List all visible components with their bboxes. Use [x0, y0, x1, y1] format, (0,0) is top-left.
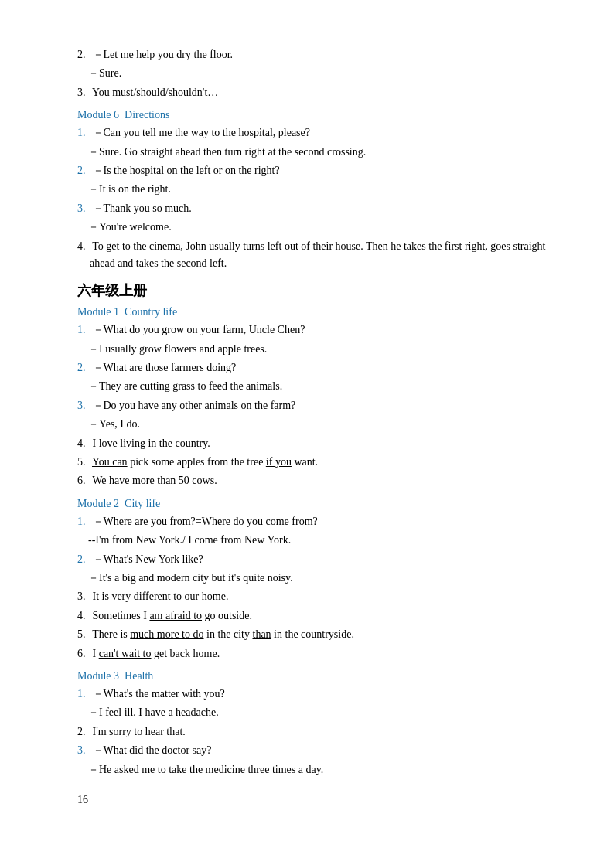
list-item: 2. －What's New York like? [77, 551, 552, 568]
item-number: 1. [77, 513, 90, 530]
list-item: －Sure. Go straight ahead then turn right… [77, 144, 552, 161]
list-item: －He asked me to take the medicine three … [77, 761, 552, 778]
item-text: －What's the matter with you? [90, 686, 225, 703]
list-item: 5. You can pick some apples from the tre… [77, 454, 552, 471]
item-text: There is much more to do in the city tha… [90, 626, 354, 643]
item-text: －Do you have any other animals on the fa… [90, 397, 295, 414]
list-item: 2. I'm sorry to hear that. [77, 723, 552, 740]
item-text: It is very different to our home. [90, 588, 228, 605]
item-text: －Thank you so much. [90, 200, 192, 217]
item-number: 2. [77, 46, 90, 63]
underline-text: if you [266, 456, 292, 468]
list-item: 1. －Can you tell me the way to the hospi… [77, 124, 552, 141]
section-top: 2. －Let me help you dry the floor. －Sure… [77, 46, 552, 101]
item-number: 2. [77, 723, 90, 740]
underline-text: You can [92, 456, 128, 468]
item-number: 6. [77, 472, 90, 489]
item-text: I love living in the country. [90, 435, 210, 452]
item-text: －I usually grow flowers and apple trees. [88, 343, 267, 355]
item-number: 1. [77, 322, 90, 339]
list-item: －It's a big and modern city but it's qui… [77, 570, 552, 587]
list-item: 3. －What did the doctor say? [77, 742, 552, 759]
page-content: 2. －Let me help you dry the floor. －Sure… [77, 46, 552, 806]
list-item: 5. There is much more to do in the city … [77, 626, 552, 643]
item-number: 6. [77, 645, 90, 662]
list-item: －You're welcome. [77, 219, 552, 236]
item-text: －Let me help you dry the floor. [90, 46, 233, 63]
underline-text: can't wait to [99, 648, 152, 659]
item-text: I can't wait to get back home. [90, 645, 220, 662]
item-text: －Sure. Go straight ahead then turn right… [88, 146, 366, 158]
list-item: －Yes, I do. [77, 416, 552, 433]
item-number: 5. [77, 626, 90, 643]
underline-text: than [253, 628, 271, 640]
item-text: －It is on the right. [88, 183, 171, 195]
underline-text: much more to do [130, 628, 203, 640]
module-header: Module 1 Country life [77, 306, 552, 318]
list-item: 3. －Thank you so much. [77, 200, 552, 217]
list-item: 4. To get to the cinema, John usually tu… [77, 238, 552, 273]
module-1-section: Module 1 Country life 1. －What do you gr… [77, 306, 552, 490]
underline-text: am afraid to [149, 610, 202, 621]
item-text: －What did the doctor say? [90, 742, 211, 759]
item-number: 4. [77, 435, 90, 452]
item-text: －Is the hospital on the left or on the r… [90, 162, 280, 179]
list-item: －It is on the right. [77, 181, 552, 198]
list-item: 4. Sometimes I am afraid to go outside. [77, 608, 552, 625]
list-item: 2. －What are those farmers doing? [77, 359, 552, 376]
list-item: －They are cutting grass to feed the anim… [77, 378, 552, 395]
item-number: 2. [77, 359, 90, 376]
item-text: －What do you grow on your farm, Uncle Ch… [90, 322, 305, 339]
item-number: 3. [77, 200, 90, 217]
module-header: Module 6 Directions [77, 109, 552, 121]
list-item: 1. －What's the matter with you? [77, 686, 552, 703]
list-item: 2. －Is the hospital on the left or on th… [77, 162, 552, 179]
list-item: 1. －Where are you from?=Where do you com… [77, 513, 552, 530]
module-2-section: Module 2 City life 1. －Where are you fro… [77, 498, 552, 662]
item-text: －Yes, I do. [88, 418, 140, 430]
item-number: 3. [77, 397, 90, 414]
item-number: 2. [77, 162, 90, 179]
list-item: －I usually grow flowers and apple trees. [77, 341, 552, 358]
item-text: I'm sorry to hear that. [90, 723, 186, 740]
item-number: 1. [77, 124, 90, 141]
item-text: －Can you tell me the way to the hospital… [90, 124, 310, 141]
list-item: －I feel ill. I have a headache. [77, 704, 552, 721]
list-item: 4. I love living in the country. [77, 435, 552, 452]
section-header-zh: 六年级上册 [77, 281, 552, 300]
item-text: You can pick some apples from the tree i… [90, 454, 318, 471]
item-number: 2. [77, 551, 90, 568]
list-item: 1. －What do you grow on your farm, Uncle… [77, 322, 552, 339]
module-header: Module 3 Health [77, 670, 552, 682]
item-text: －I feel ill. I have a headache. [88, 706, 219, 718]
item-text: －What are those farmers doing? [90, 359, 236, 376]
item-number: 1. [77, 686, 90, 703]
list-item: --I'm from New York./ I come from New Yo… [77, 532, 552, 549]
item-text: －They are cutting grass to feed the anim… [88, 380, 282, 392]
item-text: －What's New York like? [90, 551, 203, 568]
item-text: We have more than 50 cows. [90, 472, 217, 489]
item-text: To get to the cinema, John usually turns… [90, 238, 552, 273]
list-item: －Sure. [77, 65, 552, 82]
item-number: 3. [77, 742, 90, 759]
underline-text: very different to [111, 591, 182, 602]
module-6-section: Module 6 Directions 1. －Can you tell me … [77, 109, 552, 272]
underline-text: love living [99, 437, 145, 449]
item-text: －Sure. [88, 67, 121, 79]
module-3-section: Module 3 Health 1. －What's the matter wi… [77, 670, 552, 778]
underline-text: more than [132, 475, 176, 486]
item-text: Sometimes I am afraid to go outside. [90, 608, 252, 625]
module-header: Module 2 City life [77, 498, 552, 510]
item-number: 3. [77, 84, 90, 101]
list-item: 2. －Let me help you dry the floor. [77, 46, 552, 63]
item-number: 3. [77, 588, 90, 605]
item-text: －It's a big and modern city but it's qui… [88, 572, 293, 584]
item-text: －Where are you from?=Where do you come f… [90, 513, 318, 530]
item-text: --I'm from New York./ I come from New Yo… [88, 534, 291, 546]
item-number: 4. [77, 238, 90, 273]
page-number: 16 [77, 794, 552, 806]
item-text: －He asked me to take the medicine three … [88, 764, 323, 775]
item-text: －You're welcome. [88, 221, 172, 233]
list-item: 3. －Do you have any other animals on the… [77, 397, 552, 414]
item-text: You must/should/shouldn't… [90, 84, 218, 101]
